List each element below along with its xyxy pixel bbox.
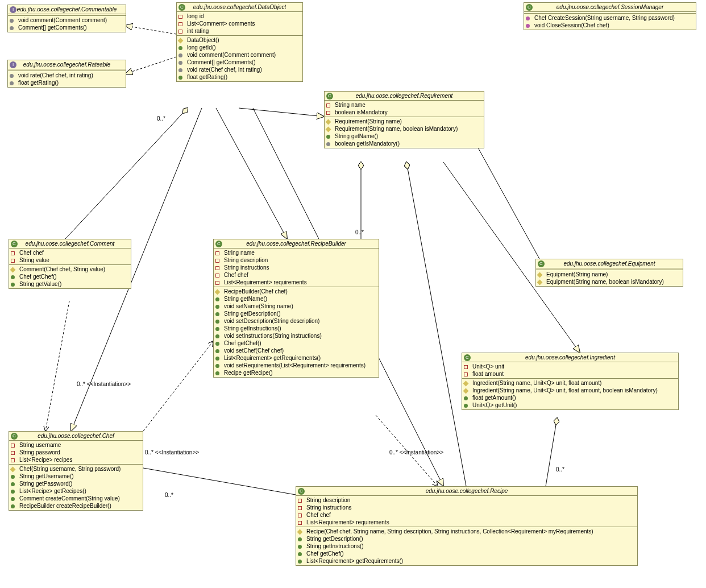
multiplicity-label: 0..* xyxy=(157,115,165,122)
class-commentable: Iedu.jhu.oose.collegechef.Commentable vo… xyxy=(7,5,126,32)
class-icon: C xyxy=(215,241,222,247)
class-icon: C xyxy=(526,4,533,11)
class-icon: C xyxy=(178,4,185,11)
class-rateable: Iedu.jhu.oose.collegechef.Rateable void … xyxy=(7,60,126,88)
svg-line-9 xyxy=(443,162,580,353)
svg-line-4 xyxy=(216,108,287,239)
interface-icon: I xyxy=(10,6,16,13)
class-sessionmanager: Cedu.jhu.oose.collegechef.SessionManager… xyxy=(524,2,696,30)
class-icon: C xyxy=(464,354,471,361)
svg-line-1 xyxy=(125,57,176,74)
class-icon: C xyxy=(11,433,18,440)
svg-line-8 xyxy=(406,162,466,486)
class-comment: Cedu.jhu.oose.collegechef.Comment Chef c… xyxy=(9,239,131,289)
multiplicity-label: 0..* xyxy=(165,492,173,498)
class-ingredient: Cedu.jhu.oose.collegechef.Ingredient Uni… xyxy=(462,353,679,410)
svg-line-14 xyxy=(134,341,213,444)
svg-line-5 xyxy=(239,108,324,117)
interface-icon: I xyxy=(10,61,16,68)
multiplicity-label: 0..* xyxy=(355,229,364,235)
class-icon: C xyxy=(298,488,305,495)
svg-line-2 xyxy=(65,108,188,239)
svg-line-10 xyxy=(472,136,546,270)
multiplicity-label: 0..* <<Instantiation>> xyxy=(145,449,199,456)
class-icon: C xyxy=(326,93,333,100)
svg-line-11 xyxy=(546,418,557,486)
class-equipment: Cedu.jhu.oose.collegechef.Equipment Equi… xyxy=(535,259,683,287)
multiplicity-label: 0..* <<Instantiation>> xyxy=(389,449,443,456)
svg-line-0 xyxy=(125,26,176,34)
class-recipe: Cedu.jhu.oose.collegechef.Recipe String … xyxy=(296,486,638,566)
svg-line-13 xyxy=(45,301,69,431)
multiplicity-label: 0..* xyxy=(556,466,564,473)
class-recipebuilder: Cedu.jhu.oose.collegechef.RecipeBuilder … xyxy=(213,239,379,378)
class-dataobject: Cedu.jhu.oose.collegechef.DataObject lon… xyxy=(176,2,303,82)
class-icon: C xyxy=(538,260,545,267)
svg-line-12 xyxy=(134,466,296,495)
multiplicity-label: 0..* <<Instantiation>> xyxy=(77,381,131,387)
class-requirement: Cedu.jhu.oose.collegechef.Requirement St… xyxy=(324,91,484,148)
class-chef: Cedu.jhu.oose.collegechef.Chef String us… xyxy=(9,431,143,511)
class-icon: C xyxy=(11,241,18,247)
